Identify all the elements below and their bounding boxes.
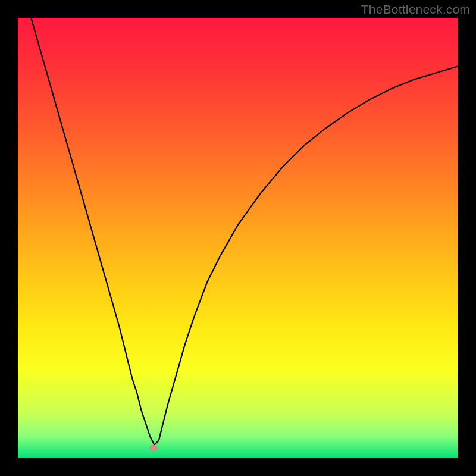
- chart-frame: TheBottleneck.com: [0, 0, 476, 476]
- bottleneck-curve: [18, 18, 458, 458]
- optimum-marker: [149, 445, 158, 451]
- watermark-text: TheBottleneck.com: [361, 2, 470, 17]
- plot-area: [18, 18, 458, 458]
